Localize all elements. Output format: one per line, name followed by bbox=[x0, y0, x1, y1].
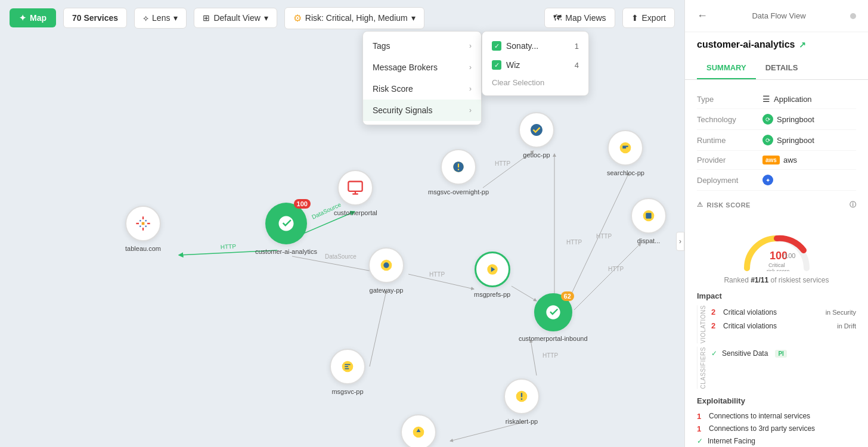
svg-text:HTTP: HTTP bbox=[429, 271, 445, 278]
map-views-button[interactable]: 🗺 Map Views bbox=[544, 8, 615, 28]
menu-item-message-brokers[interactable]: Message Brokers › bbox=[363, 57, 481, 78]
risk-filter-dropdown[interactable]: ⚙ Risk: Critical, High, Medium bbox=[284, 7, 424, 29]
node-risksvc[interactable]: risksvc-pp bbox=[401, 414, 436, 447]
panel-tabs: SUMMARY DETAILS bbox=[685, 57, 868, 80]
svg-text:HTTP: HTTP bbox=[596, 233, 612, 240]
panel-header: ← Data Flow View bbox=[685, 0, 868, 32]
node-circle-selected: 100 bbox=[265, 203, 307, 244]
svg-rect-27 bbox=[140, 226, 141, 227]
right-panel: ← Data Flow View customer-ai-analytics ↗… bbox=[684, 0, 868, 447]
exploit-row-2: 1 Connections to 3rd party services bbox=[697, 423, 856, 435]
export-icon: ⬆ bbox=[631, 13, 638, 23]
submenu-item-wiz[interactable]: ✓ Wiz 4 bbox=[482, 55, 588, 74]
violation-row-2: 2 Critical violations in Drift bbox=[711, 319, 856, 333]
risk-icon: ⚙ bbox=[293, 13, 302, 24]
svg-rect-21 bbox=[142, 216, 144, 219]
info-icon[interactable]: ⓘ bbox=[850, 200, 857, 209]
classifier-row-1: ✓ Sensitive Data PI bbox=[711, 347, 856, 360]
node-riskalert[interactable]: riskalert-pp bbox=[504, 378, 540, 425]
svg-text:/100: /100 bbox=[783, 252, 795, 259]
violations-label: Violations bbox=[697, 305, 706, 343]
svg-text:HTTP: HTTP bbox=[221, 243, 237, 250]
node-msgprefs[interactable]: msgprefs-pp bbox=[474, 252, 510, 298]
ranked-text: Ranked #1/11 of riskiest services bbox=[697, 276, 856, 284]
menu-item-risk-score[interactable]: Risk Score › bbox=[363, 78, 481, 100]
svg-point-37 bbox=[383, 262, 389, 268]
type-icon: ☰ bbox=[762, 94, 770, 104]
node-customer-ai-analytics[interactable]: 100 customer-ai-analytics bbox=[255, 203, 317, 255]
node-circle-msgsvc-overnight bbox=[441, 149, 476, 185]
node-customerportal[interactable]: customerportal bbox=[334, 170, 377, 216]
classifiers-label: Classifiers bbox=[697, 347, 706, 389]
svg-rect-29 bbox=[142, 222, 145, 225]
view-icon: ⊞ bbox=[203, 13, 210, 23]
map-button[interactable]: ✦ Map bbox=[10, 8, 56, 27]
node-msgsvc-pp[interactable]: msgsvc-pp bbox=[330, 349, 365, 395]
toolbar-right: 🗺 Map Views ⬆ Export bbox=[544, 8, 675, 28]
svg-text:risk score: risk score bbox=[767, 268, 790, 271]
node-gateway[interactable]: gateway-pp bbox=[368, 247, 404, 294]
risk-filter-menu: Tags › Message Brokers › Risk Score › Se… bbox=[362, 31, 482, 125]
back-button[interactable]: ← bbox=[697, 10, 708, 22]
chevron-down-icon bbox=[173, 13, 178, 23]
external-link-icon[interactable]: ↗ bbox=[799, 40, 806, 49]
status-dot bbox=[850, 13, 856, 19]
gauge-svg: 100 /100 Critical risk score bbox=[735, 224, 819, 271]
svg-rect-28 bbox=[145, 226, 147, 227]
svg-text:HTTP: HTTP bbox=[608, 266, 624, 272]
map-area: ✦ Map 70 Services ⟡ Lens ⊞ Default View … bbox=[0, 0, 684, 447]
menu-item-tags[interactable]: Tags › bbox=[363, 35, 481, 57]
svg-rect-23 bbox=[136, 223, 139, 224]
export-button[interactable]: ⬆ Export bbox=[622, 8, 675, 28]
checkbox-sonaty[interactable]: ✓ bbox=[492, 41, 501, 51]
svg-text:HTTP: HTTP bbox=[495, 160, 510, 167]
exploitability-title: Exploitability bbox=[697, 396, 856, 405]
tab-summary[interactable]: SUMMARY bbox=[697, 57, 756, 79]
node-tableau[interactable]: tableau.com bbox=[125, 206, 161, 252]
tab-details[interactable]: DETAILS bbox=[756, 57, 808, 79]
svg-rect-22 bbox=[142, 228, 144, 231]
chevron-right-icon: › bbox=[469, 85, 472, 93]
svg-text:DataSource: DataSource bbox=[325, 253, 356, 260]
node-circle-customerportal bbox=[337, 170, 373, 206]
node-circle-searchloc bbox=[607, 130, 643, 166]
aws-icon: aws bbox=[762, 156, 780, 164]
default-view-dropdown[interactable]: ⊞ Default View bbox=[194, 8, 277, 28]
map-views-icon: 🗺 bbox=[553, 13, 562, 23]
view-label: Data Flow View bbox=[712, 11, 845, 20]
node-circle-custportal-inbound: 62 bbox=[534, 293, 572, 331]
svg-text:HTTP: HTTP bbox=[542, 352, 558, 359]
svg-rect-25 bbox=[140, 220, 141, 221]
clear-selection-button[interactable]: Clear Selection bbox=[482, 74, 588, 91]
node-custportal-inbound[interactable]: 62 customerportal-inbound bbox=[519, 293, 588, 342]
node-msgsvc-overnight[interactable]: msgsvc-overnight-pp bbox=[428, 149, 489, 195]
map-icon: ✦ bbox=[19, 13, 26, 23]
node-dispatch[interactable]: dispat... bbox=[631, 198, 666, 244]
violation-row-1: 2 Critical violations in Security bbox=[711, 305, 856, 319]
svg-line-8 bbox=[408, 274, 474, 289]
classifiers-section: Classifiers ✓ Sensitive Data PI bbox=[697, 347, 856, 389]
exploit-row-1: 1 Connections to internal services bbox=[697, 410, 856, 423]
node-getloc[interactable]: getloc-pp bbox=[519, 112, 554, 159]
menu-item-security-signals[interactable]: Security Signals › bbox=[363, 100, 481, 121]
violations-section: Violations 2 Critical violations in Secu… bbox=[697, 305, 856, 343]
lens-dropdown[interactable]: ⟡ Lens bbox=[134, 8, 187, 29]
svg-rect-30 bbox=[349, 182, 362, 191]
node-searchloc[interactable]: searchloc-pp bbox=[607, 130, 644, 176]
toolbar: ✦ Map 70 Services ⟡ Lens ⊞ Default View … bbox=[0, 0, 684, 36]
chevron-right-icon: › bbox=[469, 63, 472, 72]
exploit-row-3: ✓ Internet Facing bbox=[697, 435, 856, 447]
node-circle-risksvc bbox=[401, 414, 436, 447]
score-badge-100: 100 bbox=[294, 199, 311, 209]
svg-text:HTTP: HTTP bbox=[566, 239, 582, 246]
security-signals-submenu: ✓ Sonaty... 1 ✓ Wiz 4 Clear Selection bbox=[482, 31, 589, 96]
svg-line-19 bbox=[531, 340, 537, 375]
submenu-item-sonaty[interactable]: ✓ Sonaty... 1 bbox=[482, 36, 588, 55]
expand-panel-button[interactable]: › bbox=[676, 232, 684, 251]
chevron-right-icon: › bbox=[469, 106, 472, 114]
risk-gauge: 100 /100 Critical risk score bbox=[697, 214, 856, 276]
node-circle-riskalert bbox=[504, 378, 540, 414]
node-circle-gateway bbox=[368, 247, 404, 283]
checkbox-wiz[interactable]: ✓ bbox=[492, 60, 501, 70]
info-row-technology: Technology ⟳ Springboot bbox=[697, 109, 856, 130]
